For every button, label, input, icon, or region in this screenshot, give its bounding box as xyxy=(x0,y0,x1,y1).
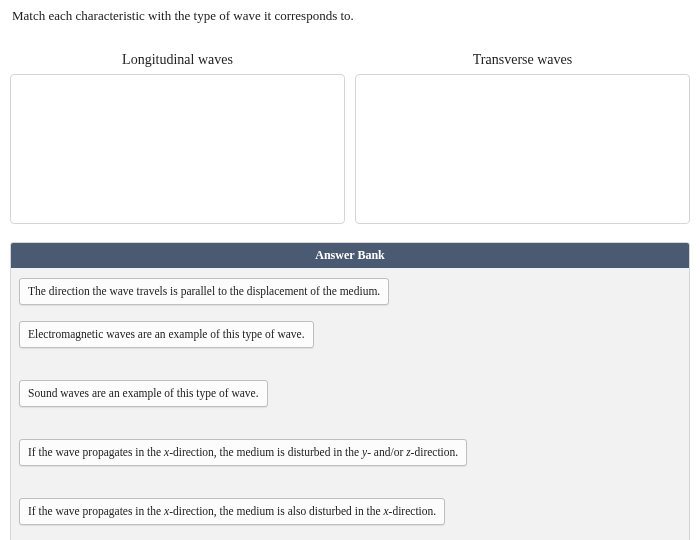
drop-zone-longitudinal[interactable] xyxy=(10,74,345,224)
answer-bank-body: The direction the wave travels is parall… xyxy=(11,268,689,540)
answer-text-part: If the wave propagates in the xyxy=(28,505,164,517)
answer-item[interactable]: If the wave propagates in the x-directio… xyxy=(19,498,445,525)
drop-col-transverse: Transverse waves xyxy=(355,52,690,224)
question-text: Match each characteristic with the type … xyxy=(10,8,690,24)
drop-zones-row: Longitudinal waves Transverse waves xyxy=(10,52,690,224)
answer-item[interactable]: Sound waves are an example of this type … xyxy=(19,380,268,407)
answer-text-part: -direction. xyxy=(389,505,437,517)
answer-text-part: - and/or xyxy=(367,446,406,458)
answer-text-part: If the wave propagates in the xyxy=(28,446,164,458)
answer-item[interactable]: Electromagnetic waves are an example of … xyxy=(19,321,314,348)
drop-col-longitudinal: Longitudinal waves xyxy=(10,52,345,224)
answer-bank: Answer Bank The direction the wave trave… xyxy=(10,242,690,540)
answer-item[interactable]: The direction the wave travels is parall… xyxy=(19,278,389,305)
drop-label-transverse: Transverse waves xyxy=(473,52,572,68)
answer-text-part: -direction, the medium is also disturbed… xyxy=(169,505,383,517)
answer-item[interactable]: If the wave propagates in the x-directio… xyxy=(19,439,467,466)
drop-zone-transverse[interactable] xyxy=(355,74,690,224)
answer-text-part: -direction. xyxy=(411,446,459,458)
answer-text-part: -direction, the medium is disturbed in t… xyxy=(169,446,362,458)
answer-bank-header: Answer Bank xyxy=(11,243,689,268)
drop-label-longitudinal: Longitudinal waves xyxy=(122,52,233,68)
